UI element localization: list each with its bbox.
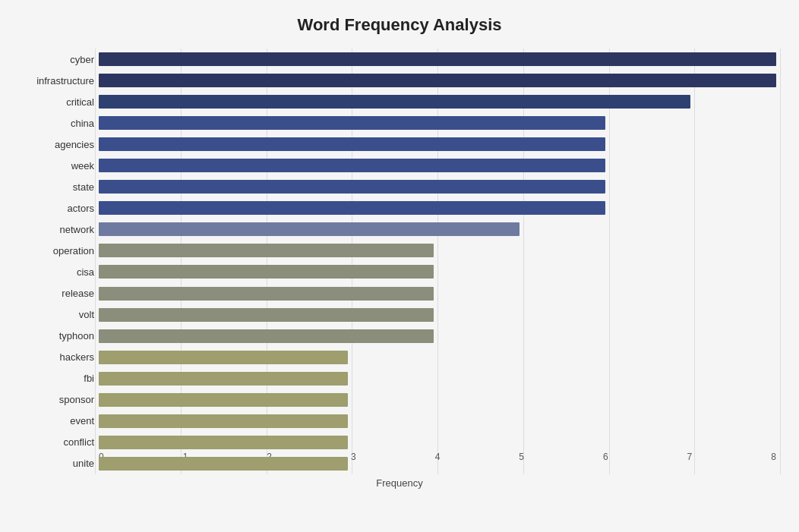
y-label: operation [15, 246, 94, 256]
bar [99, 95, 690, 109]
y-label: unite [15, 458, 94, 468]
y-label: volt [15, 310, 94, 320]
grid-line [437, 49, 438, 474]
y-label: china [15, 118, 94, 128]
bar-row [99, 115, 784, 131]
bar [99, 329, 434, 343]
grid-line [181, 49, 182, 474]
bar-row [99, 263, 784, 280]
bar [99, 159, 605, 172]
bar [99, 52, 776, 66]
bar [99, 372, 348, 386]
chart-container: Word Frequency Analysis cyberinfrastruct… [0, 0, 799, 532]
y-label: cisa [15, 267, 94, 277]
bar [99, 287, 434, 301]
bar-row [99, 242, 784, 259]
bar-row [99, 328, 784, 345]
bar-row [99, 72, 784, 89]
bar [99, 222, 520, 236]
bar-row [99, 285, 784, 302]
y-label: conflict [15, 437, 94, 447]
y-label: infrastructure [15, 76, 94, 86]
bar [99, 457, 348, 471]
bar-row [99, 178, 784, 195]
bar-row [99, 93, 784, 110]
y-label: hackers [15, 352, 94, 362]
bar-row [99, 136, 784, 153]
y-label: critical [15, 97, 94, 107]
bar-row [99, 307, 784, 323]
y-label: week [15, 161, 94, 171]
bar-row [99, 434, 784, 451]
bar-row [99, 392, 784, 408]
chart-title: Word Frequency Analysis [15, 15, 784, 35]
x-axis-label: Frequency [15, 477, 784, 489]
y-label: release [15, 288, 94, 298]
y-label: agencies [15, 140, 94, 150]
y-label: state [15, 182, 94, 192]
bar [99, 244, 434, 257]
grid-line [694, 49, 695, 474]
grid-line [609, 49, 610, 474]
y-label: cyber [15, 55, 94, 65]
bar-row [99, 200, 784, 216]
y-label: sponsor [15, 395, 94, 405]
chart-area: cyberinfrastructurecriticalchinaagencies… [15, 49, 784, 474]
bar-row [99, 413, 784, 430]
bottom-section: Frequency [15, 477, 784, 489]
bar [99, 74, 776, 87]
bar [99, 265, 434, 279]
grid-line [267, 49, 267, 474]
bar-row [99, 51, 784, 68]
bar-row [99, 157, 784, 174]
bar [99, 414, 348, 428]
bar [99, 201, 605, 215]
y-label: event [15, 416, 94, 426]
bar [99, 393, 348, 407]
grid-line [352, 49, 352, 474]
bar [99, 308, 434, 322]
y-label: fbi [15, 373, 94, 383]
grid-line [95, 49, 96, 474]
y-label: actors [15, 203, 94, 213]
y-label: typhoon [15, 331, 94, 341]
bar [99, 116, 605, 130]
y-label: network [15, 225, 94, 235]
bar-row [99, 370, 784, 387]
grid-line [523, 49, 524, 474]
bar-row [99, 455, 784, 472]
plot-area: 012345678 [99, 49, 784, 474]
y-labels: cyberinfrastructurecriticalchinaagencies… [15, 49, 99, 474]
bar [99, 137, 605, 151]
grid-line [780, 49, 781, 474]
bar [99, 351, 348, 364]
bar-row [99, 349, 784, 366]
bar-row [99, 221, 784, 238]
bar [99, 436, 348, 449]
bar [99, 180, 605, 194]
